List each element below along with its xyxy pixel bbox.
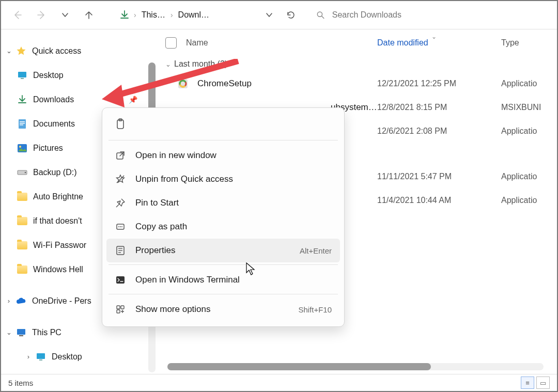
- menu-item-label: Properties: [135, 245, 175, 256]
- svg-point-8: [19, 146, 21, 148]
- chevron-right-icon: ›: [133, 11, 137, 19]
- menu-properties[interactable]: Properties Alt+Enter: [106, 239, 340, 262]
- column-date[interactable]: Date modified ⌄: [377, 38, 501, 48]
- menu-separator: [109, 294, 338, 294]
- svg-rect-3: [19, 119, 26, 129]
- folder-icon: [17, 191, 28, 202]
- menu-item-label: Open in new window: [135, 150, 216, 161]
- sidebar-item-label: Auto Brightne: [33, 192, 83, 201]
- content-scrollbar[interactable]: [167, 363, 544, 370]
- menu-open-terminal[interactable]: Open in Windows Terminal: [106, 268, 340, 292]
- sidebar-item-label: Pictures: [33, 144, 63, 153]
- column-headers: Name Date modified ⌄ Type: [165, 29, 557, 53]
- chevron-right-icon[interactable]: ›: [24, 353, 33, 360]
- column-type[interactable]: Type: [501, 38, 557, 48]
- svg-rect-34: [121, 306, 124, 309]
- svg-point-27: [121, 226, 122, 227]
- chevron-down-icon: [61, 11, 69, 19]
- svg-rect-32: [116, 276, 125, 284]
- svg-rect-2: [21, 78, 24, 79]
- file-type: MSIXBUNI: [501, 103, 541, 112]
- chevron-right-icon[interactable]: ›: [4, 297, 13, 305]
- chevron-right-icon: ›: [169, 11, 174, 19]
- open-new-window-icon: [115, 150, 126, 161]
- back-button[interactable]: [8, 6, 27, 24]
- sidebar-item-quick-access[interactable]: ⌄ Quick access: [1, 39, 145, 63]
- svg-rect-13: [37, 353, 45, 359]
- svg-rect-12: [19, 335, 23, 336]
- folder-icon: [17, 264, 28, 275]
- up-button[interactable]: [80, 6, 98, 24]
- file-date: 12/6/2021 2:08 PM: [377, 127, 501, 136]
- menu-separator: [109, 264, 338, 265]
- sidebar-item-label: Downloads: [33, 95, 74, 104]
- menu-item-label: Unpin from Quick access: [135, 174, 233, 184]
- sidebar-item-label: Quick access: [32, 46, 81, 56]
- pictures-icon: [17, 143, 28, 154]
- chevron-down-icon[interactable]: ⌄: [4, 328, 13, 336]
- desktop-icon: [17, 70, 28, 81]
- context-menu: Open in new window Unpin from Quick acce…: [102, 107, 345, 327]
- select-all-checkbox[interactable]: [165, 37, 177, 49]
- forward-button[interactable]: [32, 6, 51, 24]
- menu-item-label: Show more options: [135, 304, 211, 315]
- file-date: 12/21/2021 12:25 PM: [377, 79, 501, 88]
- search-input[interactable]: [331, 10, 553, 20]
- svg-point-25: [118, 226, 119, 227]
- sidebar-item-label: Wi-Fi Passwor: [33, 241, 86, 250]
- copy-path-icon: [115, 221, 126, 232]
- file-type: Applicatio: [501, 196, 537, 205]
- file-name: ChromeSetup: [197, 79, 252, 89]
- refresh-icon: [286, 10, 296, 20]
- chevron-down-icon: ⌄: [165, 60, 171, 68]
- menu-item-label: Pin to Start: [135, 198, 179, 208]
- recent-dropdown[interactable]: [56, 6, 74, 24]
- app-icon: [177, 77, 189, 90]
- refresh-button[interactable]: [282, 6, 300, 24]
- properties-icon: [115, 245, 126, 256]
- download-icon: [119, 10, 130, 20]
- file-type: Applicatio: [501, 79, 537, 88]
- group-label: Last month (3): [174, 59, 227, 69]
- scrollbar-thumb[interactable]: [167, 363, 431, 370]
- menu-pin-to-start[interactable]: Pin to Start: [106, 191, 340, 215]
- svg-rect-4: [20, 121, 25, 122]
- arrow-right-icon: [36, 10, 47, 20]
- sidebar-item-label: Backup (D:): [33, 168, 76, 177]
- paste-button[interactable]: [112, 115, 129, 133]
- file-row[interactable]: ChromeSetup 12/21/2021 12:25 PM Applicat…: [165, 72, 557, 96]
- menu-item-label: Copy as path: [135, 222, 187, 232]
- details-view-button[interactable]: ≡: [521, 377, 534, 389]
- menu-open-new-window[interactable]: Open in new window: [106, 144, 340, 167]
- group-header[interactable]: ⌄ Last month (3): [165, 53, 557, 72]
- menu-unpin-quick-access[interactable]: Unpin from Quick access: [106, 167, 340, 191]
- sidebar-item-label: Documents: [33, 119, 75, 129]
- thumbnails-view-button[interactable]: ▭: [536, 377, 550, 389]
- file-date: 12/8/2021 8:15 PM: [377, 103, 501, 112]
- sidebar-item-desktop[interactable]: Desktop: [1, 63, 145, 87]
- menu-separator: [109, 140, 338, 140]
- breadcrumb-segment[interactable]: Downl…: [177, 10, 210, 20]
- chevron-down-icon[interactable]: ⌄: [4, 47, 13, 55]
- pc-icon: [16, 327, 27, 338]
- menu-copy-as-path[interactable]: Copy as path: [106, 215, 340, 239]
- svg-rect-6: [20, 124, 23, 126]
- file-date: 11/4/2021 10:44 AM: [377, 196, 501, 205]
- menu-show-more-options[interactable]: Show more options Shift+F10: [106, 297, 340, 321]
- sidebar-item-label: Desktop: [52, 352, 82, 362]
- pin-icon: [115, 197, 126, 209]
- search-icon: [316, 10, 325, 20]
- file-date: 11/11/2021 5:47 PM: [377, 172, 501, 181]
- sidebar-item-desktop[interactable]: › Desktop: [1, 344, 145, 369]
- file-type: Applicatio: [501, 127, 537, 136]
- cloud-icon: [16, 295, 27, 307]
- search-box[interactable]: [316, 6, 553, 24]
- sidebar-item-label: Windows Hell: [33, 265, 83, 274]
- toolbar: › This… › Downl…: [1, 1, 557, 29]
- clipboard-icon: [115, 118, 126, 130]
- breadcrumb-dropdown[interactable]: [260, 6, 278, 24]
- download-icon: [17, 94, 28, 105]
- breadcrumb[interactable]: › This… › Downl…: [119, 5, 301, 25]
- breadcrumb-segment[interactable]: This…: [141, 10, 166, 20]
- column-name[interactable]: Name: [186, 38, 208, 48]
